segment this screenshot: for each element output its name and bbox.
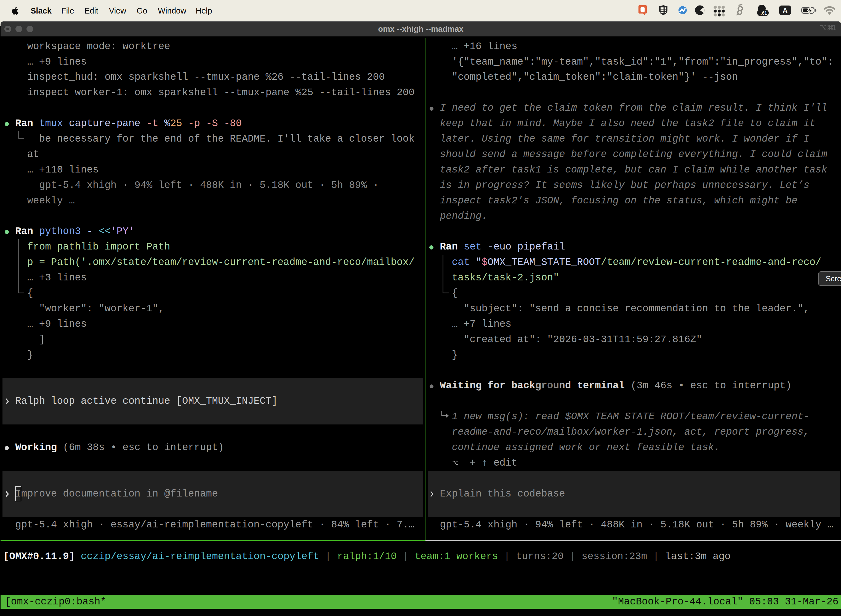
svg-text:..61: ..61 [759,10,767,15]
svg-text:A: A [783,7,787,14]
